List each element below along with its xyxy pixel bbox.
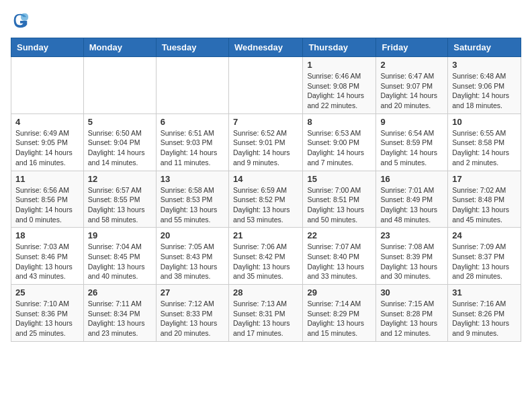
day-info: Sunrise: 7:00 AM Sunset: 8:51 PM Dayligh…: [307, 185, 371, 225]
day-number: 4: [15, 117, 79, 127]
weekday-header-saturday: Saturday: [448, 38, 521, 57]
day-info: Sunrise: 7:12 AM Sunset: 8:33 PM Dayligh…: [161, 299, 224, 338]
day-number: 23: [380, 230, 443, 240]
day-number: 3: [452, 60, 517, 70]
calendar-cell: 29Sunrise: 7:14 AM Sunset: 8:29 PM Dayli…: [303, 285, 376, 342]
calendar-cell: 24Sunrise: 7:09 AM Sunset: 8:37 PM Dayli…: [448, 228, 521, 285]
calendar-cell: 10Sunrise: 6:55 AM Sunset: 8:58 PM Dayli…: [448, 113, 521, 171]
day-number: 27: [161, 287, 224, 298]
calendar-week-row: 4Sunrise: 6:49 AM Sunset: 9:05 PM Daylig…: [11, 113, 521, 171]
weekday-header-row: SundayMondayTuesdayWednesdayThursdayFrid…: [11, 38, 521, 57]
weekday-header-monday: Monday: [83, 38, 156, 57]
calendar-cell: 23Sunrise: 7:08 AM Sunset: 8:39 PM Dayli…: [376, 228, 448, 285]
calendar-cell: 31Sunrise: 7:16 AM Sunset: 8:26 PM Dayli…: [448, 285, 521, 342]
day-number: 5: [88, 117, 152, 127]
calendar-cell: [11, 57, 84, 114]
calendar-cell: 3Sunrise: 6:48 AM Sunset: 9:06 PM Daylig…: [448, 57, 521, 114]
calendar-cell: 11Sunrise: 6:56 AM Sunset: 8:56 PM Dayli…: [11, 171, 84, 228]
day-info: Sunrise: 6:57 AM Sunset: 8:55 PM Dayligh…: [88, 185, 152, 225]
calendar-cell: 12Sunrise: 6:57 AM Sunset: 8:55 PM Dayli…: [83, 171, 156, 228]
calendar-week-row: 11Sunrise: 6:56 AM Sunset: 8:56 PM Dayli…: [11, 171, 521, 228]
calendar-week-row: 25Sunrise: 7:10 AM Sunset: 8:36 PM Dayli…: [11, 285, 521, 342]
day-number: 2: [380, 60, 443, 70]
calendar-cell: 22Sunrise: 7:07 AM Sunset: 8:40 PM Dayli…: [303, 228, 376, 285]
day-number: 28: [233, 287, 298, 298]
day-number: 12: [88, 174, 152, 184]
day-number: 10: [452, 117, 517, 127]
calendar-cell: 16Sunrise: 7:01 AM Sunset: 8:49 PM Dayli…: [376, 171, 448, 228]
calendar-cell: 14Sunrise: 6:59 AM Sunset: 8:52 PM Dayli…: [228, 171, 302, 228]
day-info: Sunrise: 7:14 AM Sunset: 8:29 PM Dayligh…: [307, 299, 371, 338]
day-number: 24: [452, 230, 517, 240]
day-info: Sunrise: 7:15 AM Sunset: 8:28 PM Dayligh…: [380, 299, 443, 338]
day-info: Sunrise: 6:46 AM Sunset: 9:08 PM Dayligh…: [307, 71, 371, 111]
calendar-cell: 7Sunrise: 6:52 AM Sunset: 9:01 PM Daylig…: [228, 113, 302, 171]
day-info: Sunrise: 6:48 AM Sunset: 9:06 PM Dayligh…: [452, 71, 517, 111]
calendar-cell: 8Sunrise: 6:53 AM Sunset: 9:00 PM Daylig…: [303, 113, 376, 171]
calendar-cell: 26Sunrise: 7:11 AM Sunset: 8:34 PM Dayli…: [83, 285, 156, 342]
day-info: Sunrise: 7:10 AM Sunset: 8:36 PM Dayligh…: [15, 299, 79, 338]
day-info: Sunrise: 7:03 AM Sunset: 8:46 PM Dayligh…: [15, 242, 79, 281]
calendar-cell: [83, 57, 156, 114]
logo-icon: [11, 11, 30, 30]
day-number: 22: [307, 230, 371, 240]
day-info: Sunrise: 7:01 AM Sunset: 8:49 PM Dayligh…: [380, 185, 443, 225]
day-number: 13: [161, 174, 224, 184]
calendar-cell: 20Sunrise: 7:05 AM Sunset: 8:43 PM Dayli…: [156, 228, 228, 285]
day-info: Sunrise: 6:50 AM Sunset: 9:04 PM Dayligh…: [88, 128, 152, 168]
calendar-cell: [156, 57, 228, 114]
day-number: 9: [380, 117, 443, 127]
day-info: Sunrise: 6:47 AM Sunset: 9:07 PM Dayligh…: [380, 71, 443, 111]
calendar-cell: 15Sunrise: 7:00 AM Sunset: 8:51 PM Dayli…: [303, 171, 376, 228]
calendar-cell: 1Sunrise: 6:46 AM Sunset: 9:08 PM Daylig…: [303, 57, 376, 114]
day-number: 19: [88, 230, 152, 240]
day-info: Sunrise: 6:52 AM Sunset: 9:01 PM Dayligh…: [233, 128, 298, 168]
day-info: Sunrise: 7:05 AM Sunset: 8:43 PM Dayligh…: [161, 242, 224, 281]
day-number: 25: [15, 287, 79, 298]
day-number: 26: [88, 287, 152, 298]
weekday-header-wednesday: Wednesday: [228, 38, 302, 57]
weekday-header-sunday: Sunday: [11, 38, 84, 57]
day-number: 29: [307, 287, 371, 298]
day-info: Sunrise: 7:02 AM Sunset: 8:48 PM Dayligh…: [452, 185, 517, 225]
calendar-week-row: 1Sunrise: 6:46 AM Sunset: 9:08 PM Daylig…: [11, 57, 521, 114]
logo: [11, 11, 32, 30]
weekday-header-thursday: Thursday: [303, 38, 376, 57]
calendar-table: SundayMondayTuesdayWednesdayThursdayFrid…: [11, 38, 521, 342]
day-number: 1: [307, 60, 371, 70]
day-info: Sunrise: 7:13 AM Sunset: 8:31 PM Dayligh…: [233, 299, 298, 338]
day-info: Sunrise: 7:06 AM Sunset: 8:42 PM Dayligh…: [233, 242, 298, 281]
page-header: [11, 11, 521, 30]
day-info: Sunrise: 7:09 AM Sunset: 8:37 PM Dayligh…: [452, 242, 517, 281]
day-info: Sunrise: 7:11 AM Sunset: 8:34 PM Dayligh…: [88, 299, 152, 338]
day-number: 8: [307, 117, 371, 127]
calendar-cell: 6Sunrise: 6:51 AM Sunset: 9:03 PM Daylig…: [156, 113, 228, 171]
day-number: 17: [452, 174, 517, 184]
day-number: 31: [452, 287, 517, 298]
day-number: 15: [307, 174, 371, 184]
day-info: Sunrise: 7:04 AM Sunset: 8:45 PM Dayligh…: [88, 242, 152, 281]
calendar-cell: 25Sunrise: 7:10 AM Sunset: 8:36 PM Dayli…: [11, 285, 84, 342]
day-info: Sunrise: 6:49 AM Sunset: 9:05 PM Dayligh…: [15, 128, 79, 168]
day-number: 18: [15, 230, 79, 240]
day-info: Sunrise: 6:55 AM Sunset: 8:58 PM Dayligh…: [452, 128, 517, 168]
calendar-cell: 4Sunrise: 6:49 AM Sunset: 9:05 PM Daylig…: [11, 113, 84, 171]
day-info: Sunrise: 6:53 AM Sunset: 9:00 PM Dayligh…: [307, 128, 371, 168]
day-number: 16: [380, 174, 443, 184]
calendar-body: 1Sunrise: 6:46 AM Sunset: 9:08 PM Daylig…: [11, 57, 521, 342]
calendar-cell: 19Sunrise: 7:04 AM Sunset: 8:45 PM Dayli…: [83, 228, 156, 285]
day-info: Sunrise: 6:51 AM Sunset: 9:03 PM Dayligh…: [161, 128, 224, 168]
day-number: 21: [233, 230, 298, 240]
calendar-cell: 5Sunrise: 6:50 AM Sunset: 9:04 PM Daylig…: [83, 113, 156, 171]
calendar-cell: 13Sunrise: 6:58 AM Sunset: 8:53 PM Dayli…: [156, 171, 228, 228]
weekday-header-tuesday: Tuesday: [156, 38, 228, 57]
calendar-cell: 28Sunrise: 7:13 AM Sunset: 8:31 PM Dayli…: [228, 285, 302, 342]
calendar-cell: [228, 57, 302, 114]
calendar-cell: 18Sunrise: 7:03 AM Sunset: 8:46 PM Dayli…: [11, 228, 84, 285]
calendar-cell: 2Sunrise: 6:47 AM Sunset: 9:07 PM Daylig…: [376, 57, 448, 114]
calendar-header: SundayMondayTuesdayWednesdayThursdayFrid…: [11, 38, 521, 57]
day-number: 30: [380, 287, 443, 298]
day-number: 14: [233, 174, 298, 184]
weekday-header-friday: Friday: [376, 38, 448, 57]
day-info: Sunrise: 6:58 AM Sunset: 8:53 PM Dayligh…: [161, 185, 224, 225]
